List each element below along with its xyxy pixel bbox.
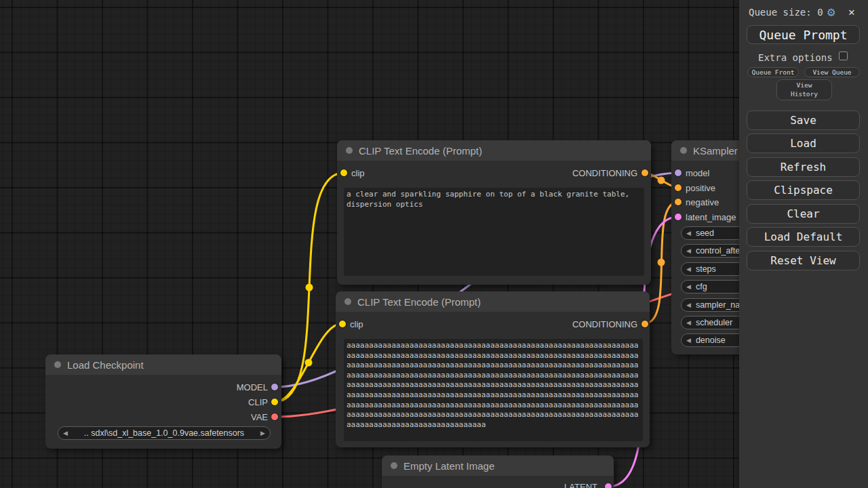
decrement-arrow-icon[interactable]: ◀ — [682, 320, 696, 326]
decrement-arrow-icon[interactable]: ◀ — [682, 266, 696, 272]
input-label: clip — [351, 168, 365, 178]
node-title: CLIP Text Encode (Prompt) — [357, 296, 481, 308]
view-history-button[interactable]: View History — [776, 79, 832, 100]
node-load-checkpoint[interactable]: Load Checkpoint MODEL CLIP VAE ◀ .. sdxl… — [45, 354, 281, 449]
output-slot-latent[interactable] — [605, 483, 612, 488]
load-button[interactable]: Load — [747, 134, 860, 153]
collapse-dot-icon[interactable] — [680, 147, 687, 154]
input-slot-negative[interactable] — [675, 199, 682, 205]
decrement-arrow-icon[interactable]: ◀ — [682, 284, 696, 290]
input-slot-clip[interactable] — [339, 321, 346, 327]
view-queue-button[interactable]: View Queue — [804, 67, 860, 77]
input-slot-positive[interactable] — [675, 184, 682, 191]
node-title: CLIP Text Encode (Prompt) — [359, 145, 482, 157]
clear-button[interactable]: Clear — [747, 204, 860, 224]
prompt-text-widget[interactable]: aaaaaaaaaaaaaaaaaaaaaaaaaaaaaaaaaaaaaaaa… — [344, 339, 643, 441]
comfyui-app: CLIP Text Encode (Prompt) clip CONDITION… — [0, 0, 868, 488]
node-title-bar[interactable]: CLIP Text Encode (Prompt) — [336, 291, 650, 312]
collapse-dot-icon[interactable] — [346, 147, 353, 154]
load-default-button[interactable]: Load Default — [747, 227, 860, 247]
refresh-button[interactable]: Refresh — [747, 157, 860, 177]
node-title-bar[interactable]: CLIP Text Encode (Prompt) — [337, 140, 651, 161]
input-label-positive: positive — [686, 183, 715, 193]
decrement-arrow-icon[interactable]: ◀ — [682, 338, 696, 344]
output-slot-conditioning[interactable] — [642, 169, 648, 176]
node-title-bar[interactable]: Empty Latent Image — [382, 455, 614, 476]
ckpt-name-value: .. sdxl\sd_xl_base_1.0_0.9vae.safetensor… — [73, 428, 256, 438]
collapse-dot-icon[interactable] — [54, 361, 61, 368]
input-slot-model[interactable] — [675, 169, 682, 176]
input-slot-clip[interactable] — [340, 169, 347, 176]
combo-left-arrow-icon[interactable]: ◀ — [58, 430, 73, 436]
node-title: Load Checkpoint — [67, 359, 144, 371]
input-label-negative: negative — [686, 197, 719, 207]
view-history-label: View History — [787, 81, 821, 98]
queue-prompt-button[interactable]: Queue Prompt — [747, 25, 860, 44]
node-clip-text-encode-negative[interactable]: CLIP Text Encode (Prompt) clip CONDITION… — [336, 291, 650, 447]
decrement-arrow-icon[interactable]: ◀ — [682, 230, 696, 237]
output-slot-conditioning[interactable] — [642, 321, 648, 327]
output-slot-model[interactable] — [271, 384, 278, 390]
clipspace-button[interactable]: Clipspace — [747, 180, 860, 200]
output-slot-vae[interactable] — [271, 413, 278, 420]
node-clip-text-encode-positive[interactable]: CLIP Text Encode (Prompt) clip CONDITION… — [337, 140, 651, 285]
queue-front-button[interactable]: Queue Front — [747, 67, 799, 77]
combo-right-arrow-icon[interactable]: ▶ — [256, 430, 270, 436]
queue-size-label: Queue size: 0 — [749, 7, 823, 18]
output-slot-clip[interactable] — [271, 399, 278, 405]
output-label-clip: CLIP — [248, 397, 268, 407]
node-title: KSampler — [693, 145, 738, 157]
node-title: Empty Latent Image — [403, 460, 494, 472]
output-label: CONDITIONING — [572, 168, 637, 178]
close-icon[interactable]: ✕ — [848, 5, 855, 18]
output-label-latent: LATENT — [564, 482, 597, 488]
main-menu-panel: Queue size: 0 ⚙ ✕ Queue Prompt Extra opt… — [739, 0, 868, 488]
gear-icon[interactable]: ⚙ — [827, 4, 835, 19]
output-label-model: MODEL — [237, 382, 268, 392]
node-empty-latent-image[interactable]: Empty Latent Image LATENT — [382, 455, 614, 488]
input-label-latent-image: latent_image — [686, 212, 736, 222]
node-title-bar[interactable]: Load Checkpoint — [45, 354, 281, 375]
prompt-text-widget[interactable]: a clear and sparkling sapphire on top of… — [344, 188, 644, 276]
input-slot-latent-image[interactable] — [675, 214, 682, 220]
decrement-arrow-icon[interactable]: ◀ — [682, 248, 696, 254]
output-label: CONDITIONING — [572, 319, 637, 329]
save-button[interactable]: Save — [747, 110, 860, 130]
decrement-arrow-icon[interactable]: ◀ — [682, 302, 696, 308]
input-label: clip — [350, 319, 363, 329]
extra-options-checkbox[interactable] — [839, 52, 848, 60]
output-label-vae: VAE — [251, 412, 268, 422]
collapse-dot-icon[interactable] — [391, 462, 397, 469]
input-label-model: model — [686, 168, 709, 178]
collapse-dot-icon[interactable] — [344, 298, 351, 305]
ckpt-name-combo-widget[interactable]: ◀ .. sdxl\sd_xl_base_1.0_0.9vae.safetens… — [58, 426, 271, 440]
reset-view-button[interactable]: Reset View — [747, 251, 860, 270]
extra-options-label: Extra options — [758, 52, 833, 63]
